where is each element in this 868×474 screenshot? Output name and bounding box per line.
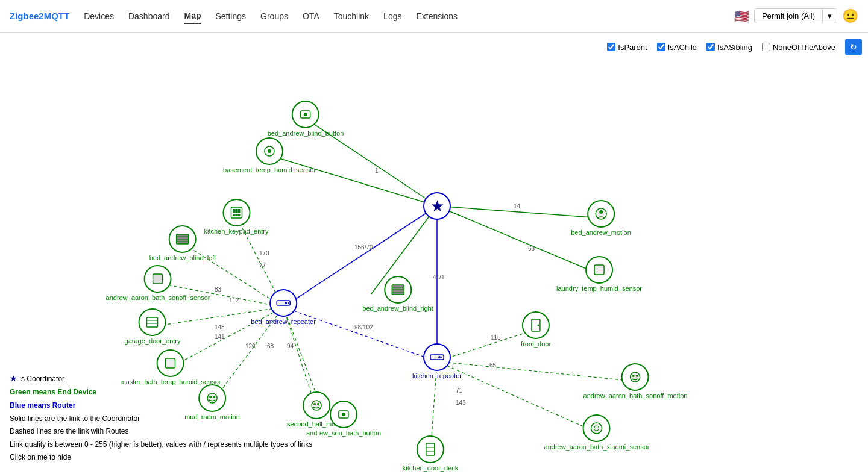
svg-rect-61 xyxy=(166,358,175,368)
nav-touchlink[interactable]: Touchlink xyxy=(334,9,369,23)
laundry-sensor-circle xyxy=(585,256,613,284)
bed-andrew-blind-button-label: bed_andrew_blind_button xyxy=(268,129,344,137)
bed-blind-right-circle xyxy=(384,276,412,304)
node-bed-andrew-blind-button[interactable]: bed_andrew_blind_button xyxy=(268,101,344,137)
node-front-door[interactable]: front_door xyxy=(521,311,551,348)
permit-join-label[interactable]: Permit join (All) xyxy=(755,9,822,23)
legend-star-label: is Coordinator xyxy=(19,375,64,383)
svg-point-79 xyxy=(441,357,442,358)
flag-icon[interactable]: 🇺🇸 xyxy=(734,9,749,23)
node-laundry-sensor[interactable]: laundry_temp_humid_sensor xyxy=(556,256,642,292)
isparent-label: IsParent xyxy=(618,43,647,52)
nav-ota[interactable]: OTA xyxy=(303,9,319,23)
nav-dashboard[interactable]: Dashboard xyxy=(128,9,170,23)
nav-extensions[interactable]: Extensions xyxy=(416,9,457,23)
node-basement-sensor[interactable]: basement_temp_humid_sensor xyxy=(223,137,316,173)
svg-text:83: 83 xyxy=(215,286,222,293)
noneoftheabove-label: NoneOfTheAbove xyxy=(773,43,835,52)
isachild-checkbox[interactable] xyxy=(657,43,665,51)
svg-rect-52 xyxy=(237,214,240,216)
filter-isachild[interactable]: IsAChild xyxy=(657,43,697,52)
laundry-sensor-label: laundry_temp_humid_sensor xyxy=(556,285,642,292)
node-bath-sonoff-motion[interactable]: andrew_aaron_bath_sonoff_motion xyxy=(583,363,688,399)
svg-text:68: 68 xyxy=(267,343,274,349)
filter-bar: IsParent IsAChild IsASibling NoneOfTheAb… xyxy=(607,39,862,55)
svg-text:68: 68 xyxy=(528,245,535,252)
nav-settings[interactable]: Settings xyxy=(215,9,246,23)
svg-text:71: 71 xyxy=(456,387,463,394)
svg-rect-90 xyxy=(426,443,435,455)
nav-devices[interactable]: Devices xyxy=(84,9,114,23)
filter-isparent[interactable]: IsParent xyxy=(607,43,647,52)
bed-blind-left-label: bed_andrew_blind_left xyxy=(149,254,216,261)
legend-green: Green means End Device xyxy=(10,386,312,399)
basement-sensor-circle xyxy=(256,137,283,165)
permit-join-button[interactable]: Permit join (All) ▾ xyxy=(754,8,837,23)
nav-map[interactable]: Map xyxy=(184,8,201,24)
isasibling-checkbox[interactable] xyxy=(706,43,715,51)
andrew-son-bath-button-label: andrew_son_bath_button xyxy=(306,429,381,437)
bath-sonoff-sensor-label: andrew_aaron_bath_sonoff_sensor xyxy=(106,294,210,301)
svg-text:1: 1 xyxy=(375,167,379,174)
nav-groups[interactable]: Groups xyxy=(260,9,288,23)
filter-noneoftheabove[interactable]: NoneOfTheAbove xyxy=(762,43,835,52)
svg-point-88 xyxy=(591,423,602,434)
refresh-button[interactable]: ↻ xyxy=(845,39,862,55)
node-bath-xiaomi-sensor[interactable]: andrew_aaron_bath_xiaomi_sensor xyxy=(544,414,650,451)
node-kitchen-repeater[interactable]: kitchen_repeater xyxy=(412,343,462,379)
nav-logs[interactable]: Logs xyxy=(383,9,401,23)
svg-text:14: 14 xyxy=(514,203,521,210)
svg-text:41/1: 41/1 xyxy=(433,274,445,281)
svg-rect-49 xyxy=(237,211,240,213)
svg-point-85 xyxy=(631,372,640,382)
bath-sonoff-motion-label: andrew_aaron_bath_sonoff_motion xyxy=(583,392,688,399)
kitchen-keypad-circle xyxy=(222,199,250,226)
node-kitchen-door-deck[interactable]: kitchen_door_deck xyxy=(403,435,458,472)
svg-rect-51 xyxy=(235,214,237,216)
bath-sonoff-sensor-circle xyxy=(144,265,172,293)
bed-repeater-circle xyxy=(269,289,297,317)
front-door-label: front_door xyxy=(521,340,551,348)
bath-xiaomi-sensor-label: andrew_aaron_bath_xiaomi_sensor xyxy=(544,443,650,451)
legend-solid: Solid lines are the link to the Coordina… xyxy=(10,413,312,426)
bed-andrew-motion-circle xyxy=(587,200,615,228)
svg-text:98/102: 98/102 xyxy=(354,324,373,331)
front-door-circle xyxy=(522,311,550,339)
svg-point-71 xyxy=(285,302,287,304)
node-andrew-son-bath-button[interactable]: andrew_son_bath_button xyxy=(306,401,381,437)
node-bed-repeater[interactable]: bed_andrew_repeater xyxy=(251,289,316,325)
bath-xiaomi-sensor-circle xyxy=(583,414,611,442)
svg-rect-48 xyxy=(235,211,237,213)
emoji-button[interactable]: 😐 xyxy=(842,8,858,24)
svg-point-42 xyxy=(268,149,271,153)
svg-rect-57 xyxy=(153,274,163,284)
svg-rect-45 xyxy=(235,209,237,211)
svg-rect-47 xyxy=(233,211,235,213)
bath-sonoff-motion-circle xyxy=(621,363,649,391)
brand-logo[interactable]: Zigbee2MQTT xyxy=(10,11,69,21)
svg-text:77: 77 xyxy=(259,262,266,269)
svg-text:141: 141 xyxy=(215,334,225,340)
basement-sensor-label: basement_temp_humid_sensor xyxy=(223,166,316,173)
svg-rect-50 xyxy=(233,214,235,216)
andrew-son-bath-button-circle xyxy=(330,401,357,428)
permit-join-caret[interactable]: ▾ xyxy=(822,9,837,23)
svg-text:170: 170 xyxy=(259,250,269,257)
isasibling-label: IsASibling xyxy=(717,43,752,52)
node-bath-sonoff-sensor[interactable]: andrew_aaron_bath_sonoff_sensor xyxy=(106,265,210,301)
noneoftheabove-checkbox[interactable] xyxy=(762,43,770,51)
node-coordinator[interactable]: ★ xyxy=(423,192,451,220)
navigation: Zigbee2MQTT Devices Dashboard Map Settin… xyxy=(0,0,868,33)
svg-rect-46 xyxy=(237,209,240,211)
filter-isasibling[interactable]: IsASibling xyxy=(706,43,752,52)
node-bed-blind-right[interactable]: bed_andrew_blind_right xyxy=(362,276,433,312)
node-garage-door[interactable]: garage_door_entry xyxy=(125,308,181,345)
node-bed-blind-left[interactable]: bed_andrew_blind_left xyxy=(149,225,216,261)
coordinator-circle: ★ xyxy=(423,192,451,220)
svg-text:120: 120 xyxy=(245,343,256,349)
isparent-checkbox[interactable] xyxy=(607,43,615,51)
kitchen-door-deck-circle xyxy=(417,435,444,463)
node-bed-andrew-motion[interactable]: bed_andrew_motion xyxy=(571,200,631,236)
bed-blind-left-circle xyxy=(169,225,197,253)
svg-rect-82 xyxy=(594,265,604,275)
